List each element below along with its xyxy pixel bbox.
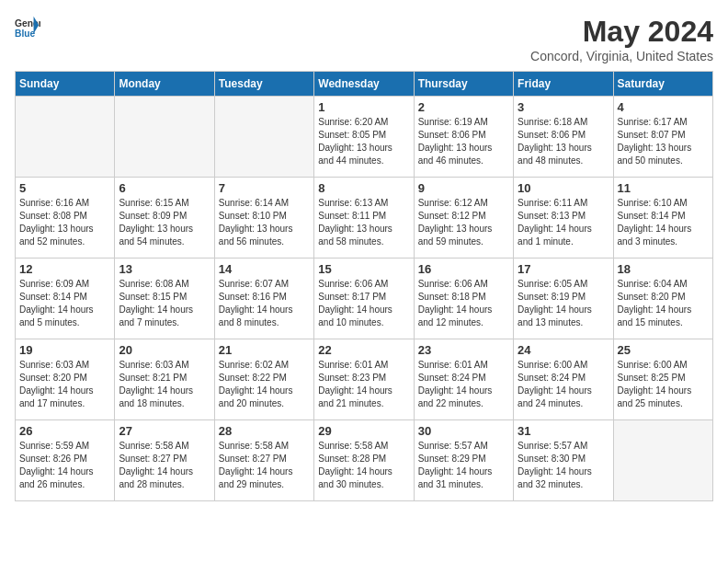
cell-info: Sunrise: 6:06 AMSunset: 8:18 PMDaylight:… bbox=[418, 278, 509, 329]
calendar-cell: 29Sunrise: 5:58 AMSunset: 8:28 PMDayligh… bbox=[314, 420, 414, 501]
cell-info: Sunrise: 6:13 AMSunset: 8:11 PMDaylight:… bbox=[318, 197, 409, 248]
cell-info: Sunrise: 6:19 AMSunset: 8:06 PMDaylight:… bbox=[418, 116, 509, 167]
day-number: 13 bbox=[119, 262, 210, 276]
header-tuesday: Tuesday bbox=[214, 72, 313, 97]
calendar-cell: 26Sunrise: 5:59 AMSunset: 8:26 PMDayligh… bbox=[16, 420, 115, 501]
day-number: 5 bbox=[19, 181, 110, 195]
day-number: 30 bbox=[418, 424, 509, 438]
calendar-cell bbox=[214, 97, 313, 178]
header: General Blue May 2024 Concord, Virginia,… bbox=[15, 15, 713, 63]
day-number: 23 bbox=[418, 343, 509, 357]
calendar-cell: 22Sunrise: 6:01 AMSunset: 8:23 PMDayligh… bbox=[314, 339, 414, 420]
calendar-cell: 2Sunrise: 6:19 AMSunset: 8:06 PMDaylight… bbox=[414, 97, 513, 178]
cell-info: Sunrise: 6:01 AMSunset: 8:24 PMDaylight:… bbox=[418, 359, 509, 410]
day-number: 20 bbox=[119, 343, 210, 357]
day-number: 19 bbox=[19, 343, 110, 357]
location-subtitle: Concord, Virginia, United States bbox=[530, 49, 713, 63]
day-number: 12 bbox=[19, 262, 110, 276]
calendar-cell: 21Sunrise: 6:02 AMSunset: 8:22 PMDayligh… bbox=[214, 339, 313, 420]
calendar-cell: 11Sunrise: 6:10 AMSunset: 8:14 PMDayligh… bbox=[613, 178, 712, 259]
calendar-cell: 25Sunrise: 6:00 AMSunset: 8:25 PMDayligh… bbox=[613, 339, 712, 420]
calendar-cell: 4Sunrise: 6:17 AMSunset: 8:07 PMDaylight… bbox=[613, 97, 712, 178]
calendar-cell: 28Sunrise: 5:58 AMSunset: 8:27 PMDayligh… bbox=[214, 420, 313, 501]
cell-info: Sunrise: 6:20 AMSunset: 8:05 PMDaylight:… bbox=[318, 116, 409, 167]
cell-info: Sunrise: 6:01 AMSunset: 8:23 PMDaylight:… bbox=[318, 359, 409, 410]
calendar-week-3: 12Sunrise: 6:09 AMSunset: 8:14 PMDayligh… bbox=[16, 259, 713, 339]
day-number: 16 bbox=[418, 262, 509, 276]
cell-info: Sunrise: 6:14 AMSunset: 8:10 PMDaylight:… bbox=[219, 197, 310, 248]
calendar-cell: 17Sunrise: 6:05 AMSunset: 8:19 PMDayligh… bbox=[514, 259, 613, 339]
cell-info: Sunrise: 6:00 AMSunset: 8:24 PMDaylight:… bbox=[518, 359, 609, 410]
day-number: 18 bbox=[618, 262, 709, 276]
day-number: 24 bbox=[518, 343, 609, 357]
calendar-header-row: Sunday Monday Tuesday Wednesday Thursday… bbox=[16, 72, 713, 97]
calendar-cell: 10Sunrise: 6:11 AMSunset: 8:13 PMDayligh… bbox=[514, 178, 613, 259]
day-number: 21 bbox=[219, 343, 310, 357]
cell-info: Sunrise: 6:00 AMSunset: 8:25 PMDaylight:… bbox=[618, 359, 709, 410]
cell-info: Sunrise: 6:17 AMSunset: 8:07 PMDaylight:… bbox=[618, 116, 709, 167]
calendar-cell: 16Sunrise: 6:06 AMSunset: 8:18 PMDayligh… bbox=[414, 259, 513, 339]
cell-info: Sunrise: 6:11 AMSunset: 8:13 PMDaylight:… bbox=[518, 197, 609, 248]
day-number: 27 bbox=[119, 424, 210, 438]
calendar-cell: 12Sunrise: 6:09 AMSunset: 8:14 PMDayligh… bbox=[16, 259, 115, 339]
calendar-cell: 9Sunrise: 6:12 AMSunset: 8:12 PMDaylight… bbox=[414, 178, 513, 259]
calendar-cell: 20Sunrise: 6:03 AMSunset: 8:21 PMDayligh… bbox=[115, 339, 214, 420]
calendar-cell: 18Sunrise: 6:04 AMSunset: 8:20 PMDayligh… bbox=[613, 259, 712, 339]
calendar-cell: 13Sunrise: 6:08 AMSunset: 8:15 PMDayligh… bbox=[115, 259, 214, 339]
cell-info: Sunrise: 5:58 AMSunset: 8:27 PMDaylight:… bbox=[119, 440, 210, 491]
day-number: 10 bbox=[518, 181, 609, 195]
header-monday: Monday bbox=[115, 72, 214, 97]
calendar-cell: 23Sunrise: 6:01 AMSunset: 8:24 PMDayligh… bbox=[414, 339, 513, 420]
header-sunday: Sunday bbox=[16, 72, 115, 97]
calendar-cell: 5Sunrise: 6:16 AMSunset: 8:08 PMDaylight… bbox=[16, 178, 115, 259]
calendar-cell: 6Sunrise: 6:15 AMSunset: 8:09 PMDaylight… bbox=[115, 178, 214, 259]
cell-info: Sunrise: 6:16 AMSunset: 8:08 PMDaylight:… bbox=[19, 197, 110, 248]
cell-info: Sunrise: 6:12 AMSunset: 8:12 PMDaylight:… bbox=[418, 197, 509, 248]
day-number: 22 bbox=[318, 343, 409, 357]
calendar-cell: 31Sunrise: 5:57 AMSunset: 8:30 PMDayligh… bbox=[514, 420, 613, 501]
header-friday: Friday bbox=[514, 72, 613, 97]
calendar-week-4: 19Sunrise: 6:03 AMSunset: 8:20 PMDayligh… bbox=[16, 339, 713, 420]
cell-info: Sunrise: 6:10 AMSunset: 8:14 PMDaylight:… bbox=[618, 197, 709, 248]
cell-info: Sunrise: 6:07 AMSunset: 8:16 PMDaylight:… bbox=[219, 278, 310, 329]
day-number: 8 bbox=[318, 181, 409, 195]
calendar-cell bbox=[613, 420, 712, 501]
month-year-title: May 2024 bbox=[530, 15, 713, 49]
calendar-cell: 24Sunrise: 6:00 AMSunset: 8:24 PMDayligh… bbox=[514, 339, 613, 420]
day-number: 28 bbox=[219, 424, 310, 438]
day-number: 4 bbox=[618, 100, 709, 114]
calendar-cell: 1Sunrise: 6:20 AMSunset: 8:05 PMDaylight… bbox=[314, 97, 414, 178]
header-thursday: Thursday bbox=[414, 72, 513, 97]
header-wednesday: Wednesday bbox=[314, 72, 414, 97]
day-number: 7 bbox=[219, 181, 310, 195]
calendar-cell: 19Sunrise: 6:03 AMSunset: 8:20 PMDayligh… bbox=[16, 339, 115, 420]
cell-info: Sunrise: 6:09 AMSunset: 8:14 PMDaylight:… bbox=[19, 278, 110, 329]
calendar-cell bbox=[115, 97, 214, 178]
calendar-week-1: 1Sunrise: 6:20 AMSunset: 8:05 PMDaylight… bbox=[16, 97, 713, 178]
calendar-table: Sunday Monday Tuesday Wednesday Thursday… bbox=[15, 71, 713, 501]
calendar-cell bbox=[16, 97, 115, 178]
cell-info: Sunrise: 5:57 AMSunset: 8:30 PMDaylight:… bbox=[518, 440, 609, 491]
cell-info: Sunrise: 6:05 AMSunset: 8:19 PMDaylight:… bbox=[518, 278, 609, 329]
logo: General Blue bbox=[15, 15, 40, 40]
cell-info: Sunrise: 6:03 AMSunset: 8:21 PMDaylight:… bbox=[119, 359, 210, 410]
calendar-cell: 15Sunrise: 6:06 AMSunset: 8:17 PMDayligh… bbox=[314, 259, 414, 339]
day-number: 29 bbox=[318, 424, 409, 438]
cell-info: Sunrise: 6:18 AMSunset: 8:06 PMDaylight:… bbox=[518, 116, 609, 167]
cell-info: Sunrise: 6:06 AMSunset: 8:17 PMDaylight:… bbox=[318, 278, 409, 329]
header-saturday: Saturday bbox=[613, 72, 712, 97]
cell-info: Sunrise: 6:08 AMSunset: 8:15 PMDaylight:… bbox=[119, 278, 210, 329]
cell-info: Sunrise: 5:58 AMSunset: 8:27 PMDaylight:… bbox=[219, 440, 310, 491]
day-number: 14 bbox=[219, 262, 310, 276]
calendar-week-5: 26Sunrise: 5:59 AMSunset: 8:26 PMDayligh… bbox=[16, 420, 713, 501]
title-area: May 2024 Concord, Virginia, United State… bbox=[530, 15, 713, 63]
cell-info: Sunrise: 5:57 AMSunset: 8:29 PMDaylight:… bbox=[418, 440, 509, 491]
day-number: 1 bbox=[318, 100, 409, 114]
day-number: 3 bbox=[518, 100, 609, 114]
cell-info: Sunrise: 6:02 AMSunset: 8:22 PMDaylight:… bbox=[219, 359, 310, 410]
day-number: 25 bbox=[618, 343, 709, 357]
cell-info: Sunrise: 6:03 AMSunset: 8:20 PMDaylight:… bbox=[19, 359, 110, 410]
calendar-week-2: 5Sunrise: 6:16 AMSunset: 8:08 PMDaylight… bbox=[16, 178, 713, 259]
cell-info: Sunrise: 5:59 AMSunset: 8:26 PMDaylight:… bbox=[19, 440, 110, 491]
day-number: 11 bbox=[618, 181, 709, 195]
